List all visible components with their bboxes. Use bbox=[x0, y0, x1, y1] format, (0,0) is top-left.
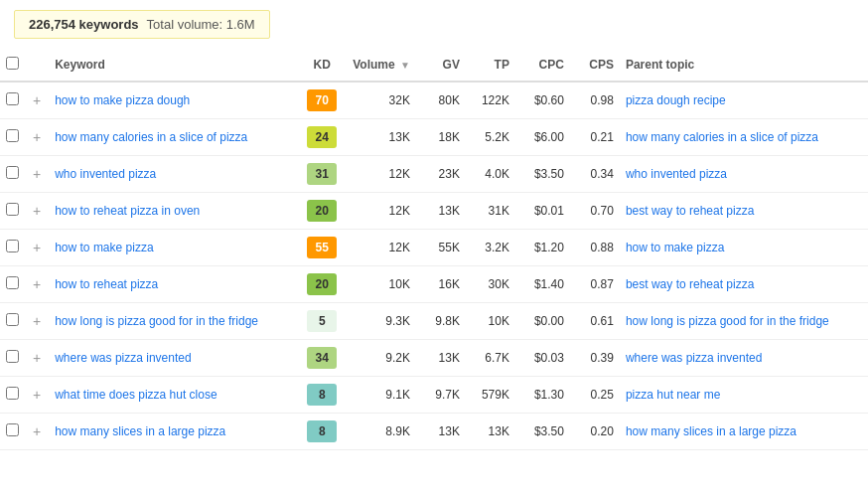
add-keyword-button[interactable]: + bbox=[31, 424, 43, 438]
kd-badge: 8 bbox=[307, 420, 337, 442]
cps-cell: 0.39 bbox=[570, 340, 620, 377]
kd-badge: 5 bbox=[307, 310, 337, 332]
summary-bar: 226,754 keywords Total volume: 1.6M bbox=[14, 10, 270, 39]
keyword-link[interactable]: how many calories in a slice of pizza bbox=[55, 130, 247, 144]
total-volume: Total volume: 1.6M bbox=[147, 17, 255, 32]
keyword-link[interactable]: how to reheat pizza bbox=[55, 277, 158, 291]
row-checkbox[interactable] bbox=[6, 129, 19, 142]
cpc-cell: $1.20 bbox=[515, 230, 570, 266]
keywords-count: 226,754 keywords bbox=[29, 17, 139, 32]
table-row: +where was pizza invented349.2K13K6.7K$0… bbox=[0, 340, 868, 377]
parent-topic-link[interactable]: best way to reheat pizza bbox=[626, 277, 754, 291]
parent-topic-link[interactable]: who invented pizza bbox=[626, 167, 727, 181]
parent-topic-link[interactable]: how to make pizza bbox=[626, 241, 724, 254]
tp-cell: 579K bbox=[466, 377, 515, 414]
cpc-cell: $1.40 bbox=[515, 266, 570, 303]
volume-cell: 9.2K bbox=[347, 340, 416, 377]
row-checkbox[interactable] bbox=[6, 387, 19, 400]
keywords-table: Keyword KD Volume ▼ GV TP CPC CPS Parent… bbox=[0, 49, 868, 450]
parent-topic-link[interactable]: where was pizza invented bbox=[626, 351, 762, 365]
keyword-link[interactable]: what time does pizza hut close bbox=[55, 388, 217, 402]
volume-cell: 13K bbox=[347, 119, 416, 156]
row-checkbox[interactable] bbox=[6, 350, 19, 363]
keyword-link[interactable]: how to make pizza dough bbox=[55, 93, 190, 107]
add-keyword-button[interactable]: + bbox=[31, 167, 43, 181]
keyword-link[interactable]: where was pizza invented bbox=[55, 351, 191, 365]
gv-cell: 80K bbox=[416, 82, 466, 119]
cps-cell: 0.61 bbox=[570, 303, 620, 340]
add-keyword-button[interactable]: + bbox=[31, 241, 43, 254]
volume-cell: 12K bbox=[347, 230, 416, 266]
table-row: +how many slices in a large pizza88.9K13… bbox=[0, 414, 868, 450]
table-row: +how to reheat pizza in oven2012K13K31K$… bbox=[0, 193, 868, 230]
cpc-cell: $6.00 bbox=[515, 119, 570, 156]
cpc-cell: $0.60 bbox=[515, 82, 570, 119]
tp-cell: 122K bbox=[466, 82, 515, 119]
add-keyword-button[interactable]: + bbox=[31, 351, 43, 365]
cps-cell: 0.87 bbox=[570, 266, 620, 303]
th-plus bbox=[25, 49, 49, 82]
cpc-cell: $3.50 bbox=[515, 414, 570, 450]
cpc-cell: $0.01 bbox=[515, 193, 570, 230]
add-keyword-button[interactable]: + bbox=[31, 314, 43, 328]
kd-badge: 20 bbox=[307, 200, 337, 222]
kd-badge: 20 bbox=[307, 273, 337, 295]
gv-cell: 18K bbox=[416, 119, 466, 156]
row-checkbox[interactable] bbox=[6, 313, 19, 326]
parent-topic-link[interactable]: pizza dough recipe bbox=[626, 93, 726, 107]
tp-cell: 4.0K bbox=[466, 156, 515, 193]
volume-cell: 10K bbox=[347, 266, 416, 303]
th-cps: CPS bbox=[570, 49, 620, 82]
cpc-cell: $1.30 bbox=[515, 377, 570, 414]
kd-badge: 34 bbox=[307, 347, 337, 369]
add-keyword-button[interactable]: + bbox=[31, 388, 43, 402]
th-parent-topic: Parent topic bbox=[620, 49, 868, 82]
table-header-row: Keyword KD Volume ▼ GV TP CPC CPS Parent… bbox=[0, 49, 868, 82]
select-all-checkbox[interactable] bbox=[6, 57, 19, 70]
parent-topic-link[interactable]: how many slices in a large pizza bbox=[626, 424, 796, 438]
parent-topic-link[interactable]: how many calories in a slice of pizza bbox=[626, 130, 818, 144]
gv-cell: 13K bbox=[416, 340, 466, 377]
cps-cell: 0.21 bbox=[570, 119, 620, 156]
cpc-cell: $3.50 bbox=[515, 156, 570, 193]
th-checkbox bbox=[0, 49, 25, 82]
cps-cell: 0.70 bbox=[570, 193, 620, 230]
keyword-link[interactable]: who invented pizza bbox=[55, 167, 156, 181]
row-checkbox[interactable] bbox=[6, 276, 19, 289]
keyword-link[interactable]: how to make pizza bbox=[55, 241, 153, 254]
cpc-cell: $0.03 bbox=[515, 340, 570, 377]
tp-cell: 13K bbox=[466, 414, 515, 450]
th-keyword: Keyword bbox=[49, 49, 297, 82]
parent-topic-link[interactable]: how long is pizza good for in the fridge bbox=[626, 314, 829, 328]
parent-topic-link[interactable]: best way to reheat pizza bbox=[626, 204, 754, 218]
th-volume[interactable]: Volume ▼ bbox=[347, 49, 416, 82]
tp-cell: 10K bbox=[466, 303, 515, 340]
row-checkbox[interactable] bbox=[6, 92, 19, 105]
th-kd: KD bbox=[297, 49, 347, 82]
keyword-link[interactable]: how long is pizza good for in the fridge bbox=[55, 314, 258, 328]
cpc-cell: $0.00 bbox=[515, 303, 570, 340]
tp-cell: 5.2K bbox=[466, 119, 515, 156]
table-row: +who invented pizza3112K23K4.0K$3.500.34… bbox=[0, 156, 868, 193]
tp-cell: 31K bbox=[466, 193, 515, 230]
table-row: +how to reheat pizza2010K16K30K$1.400.87… bbox=[0, 266, 868, 303]
keyword-link[interactable]: how to reheat pizza in oven bbox=[55, 204, 200, 218]
row-checkbox[interactable] bbox=[6, 166, 19, 179]
row-checkbox[interactable] bbox=[6, 240, 19, 252]
th-tp: TP bbox=[466, 49, 515, 82]
volume-cell: 9.3K bbox=[347, 303, 416, 340]
kd-badge: 31 bbox=[307, 163, 337, 185]
gv-cell: 9.8K bbox=[416, 303, 466, 340]
row-checkbox[interactable] bbox=[6, 203, 19, 216]
kd-badge: 55 bbox=[307, 237, 337, 258]
keyword-link[interactable]: how many slices in a large pizza bbox=[55, 424, 225, 438]
volume-cell: 12K bbox=[347, 156, 416, 193]
parent-topic-link[interactable]: pizza hut near me bbox=[626, 388, 720, 402]
cps-cell: 0.20 bbox=[570, 414, 620, 450]
add-keyword-button[interactable]: + bbox=[31, 277, 43, 291]
add-keyword-button[interactable]: + bbox=[31, 93, 43, 107]
add-keyword-button[interactable]: + bbox=[31, 130, 43, 144]
row-checkbox[interactable] bbox=[6, 423, 19, 436]
add-keyword-button[interactable]: + bbox=[31, 204, 43, 218]
cps-cell: 0.25 bbox=[570, 377, 620, 414]
